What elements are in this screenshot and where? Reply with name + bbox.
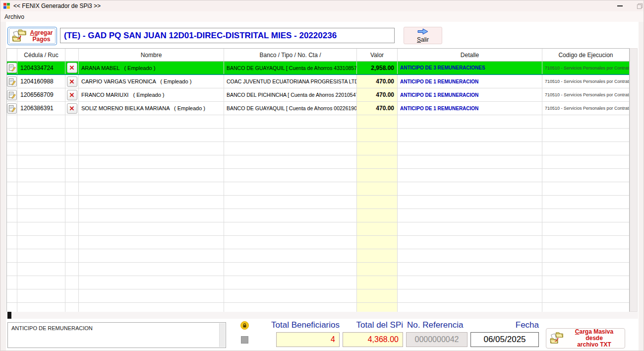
delete-cell: [65, 249, 79, 262]
detalle-value: [398, 222, 542, 235]
empty-table-row: [7, 142, 629, 155]
total-spi-label: Total del SPi: [324, 320, 403, 330]
edit-cell: [7, 62, 17, 74]
codigo-value: [542, 209, 629, 222]
nombre-value: [79, 276, 224, 289]
codigo-value: [542, 129, 629, 141]
valor-value: [357, 169, 398, 182]
vertical-scrollbar[interactable]: [630, 48, 638, 312]
delete-row-button[interactable]: ✕: [67, 103, 77, 114]
valor-value: [357, 289, 398, 302]
restore-button[interactable]: [632, 0, 644, 11]
delete-cell: [65, 196, 79, 209]
banco-value: [224, 209, 357, 222]
nota-textarea[interactable]: ANTICIPO DE REMUNERACION: [7, 322, 226, 348]
menu-bar: Archivo: [0, 11, 644, 22]
cedula-value: [17, 169, 65, 182]
valor-value: [357, 249, 398, 262]
detalle-value: ANTICIPO DE 1 REMUNERACION: [398, 75, 542, 88]
menu-item-archivo[interactable]: Archivo: [0, 12, 28, 21]
minimize-button[interactable]: [611, 0, 628, 11]
cedula-value: 1206568709: [17, 88, 65, 101]
delete-x-icon: ✕: [69, 78, 75, 85]
codigo-value: [542, 115, 629, 128]
delete-cell: [65, 115, 79, 128]
nombre-value: ARANA MABEL ( Empleado ): [79, 62, 224, 74]
edit-cell: [7, 115, 17, 128]
codigo-value: 710510 - Servicios Personales por Contra…: [542, 75, 629, 88]
edit-row-button[interactable]: [7, 63, 17, 73]
table-row[interactable]: 1204160988✕CARPIO VARGAS VERONICA ( Empl…: [7, 75, 629, 88]
codigo-value: [542, 222, 629, 235]
cedula-value: [17, 115, 65, 128]
empty-table-row: [7, 196, 629, 209]
delete-cell: ✕: [65, 62, 79, 74]
table-row[interactable]: 1206568709✕FRANCO MARIUXI ( Empleado )BA…: [7, 88, 629, 102]
table-row[interactable]: 1206386391✕SOLIZ MORENO BIELKA MARIANA (…: [7, 102, 629, 115]
nombre-value: [79, 249, 224, 262]
edit-row-icon: [8, 78, 16, 85]
edit-row-button[interactable]: [7, 90, 17, 100]
delete-x-icon: ✕: [69, 65, 75, 71]
delete-cell: [65, 129, 79, 141]
valor-value: 2,958.00: [357, 62, 398, 74]
horizontal-scrollbar-thumb[interactable]: [7, 312, 11, 319]
nombre-value: CARPIO VARGAS VERONICA ( Empleado ): [79, 75, 224, 88]
delete-row-button[interactable]: ✕: [67, 90, 77, 100]
delete-row-button[interactable]: ✕: [67, 63, 77, 73]
valor-value: [357, 155, 398, 168]
nombre-value: [79, 289, 224, 302]
codigo-value: 710510 - Servicios Personales por Contra…: [542, 62, 629, 74]
detalle-value: [398, 276, 542, 289]
codigo-value: [542, 303, 629, 312]
header-delete-column: [65, 49, 79, 61]
spi-title-field[interactable]: (TE) - GAD PQ SAN JUAN 12D01-DIREC-DISTR…: [60, 28, 395, 43]
fecha-field[interactable]: 06/05/2025: [470, 332, 539, 347]
carga-masiva-label: Carga Masiva desdearchivo TXT: [567, 329, 622, 348]
cedula-value: [17, 276, 65, 289]
nota-scrollbar[interactable]: [219, 323, 225, 347]
edit-row-icon: [8, 105, 16, 112]
edit-row-button[interactable]: [7, 103, 17, 114]
codigo-value: [542, 182, 629, 195]
empty-table-row: [7, 182, 629, 196]
empty-table-row: [7, 222, 629, 236]
delete-row-button[interactable]: ✕: [67, 76, 77, 87]
banco-value: BANCO DE GUAYAQUIL [ Cuenta de Ahorros 0…: [224, 102, 357, 115]
edit-cell: [7, 289, 17, 302]
agregar-pagos-button[interactable]: AgregarPagos: [7, 27, 57, 45]
carga-masiva-button[interactable]: Carga Masiva desdearchivo TXT: [546, 328, 625, 349]
delete-cell: [65, 209, 79, 222]
detalle-value: [398, 263, 542, 276]
cedula-value: 1204160988: [17, 75, 65, 88]
banco-value: BANCO DE GUAYAQUIL [ Cuenta de Ahorros 4…: [224, 62, 357, 74]
codigo-value: [542, 289, 629, 302]
gray-indicator-button[interactable]: [241, 336, 248, 344]
header-edit-column: [7, 49, 17, 61]
banco-value: COAC JUVENTUD ECUATORIANA PROGRESISTA LT…: [224, 75, 357, 88]
codigo-value: [542, 236, 629, 249]
banco-value: BANCO DEL PICHINCHA [ Cuenta de Ahorros …: [224, 88, 357, 101]
codigo-value: 710510 - Servicios Personales por Contra…: [542, 102, 629, 115]
cedula-value: [17, 289, 65, 302]
empty-table-row: [7, 236, 629, 249]
banco-value: [224, 142, 357, 155]
banco-value: [224, 182, 357, 195]
codigo-value: 710510 - Servicios Personales por Contra…: [542, 88, 629, 101]
edit-cell: [7, 75, 17, 88]
table-row[interactable]: 1204334724✕ARANA MABEL ( Empleado )BANCO…: [7, 62, 629, 75]
edit-cell: [7, 222, 17, 235]
header-codigo: Codigo de Ejecucion: [542, 49, 629, 61]
nombre-value: [79, 303, 224, 312]
empty-table-row: [7, 115, 629, 129]
detalle-value: [398, 196, 542, 209]
valor-value: [357, 236, 398, 249]
folder-add-icon: [549, 331, 564, 346]
detalle-value: ANTICIPO DE 1 REMUNERACION: [398, 102, 542, 115]
horizontal-scrollbar[interactable]: [6, 312, 638, 319]
edit-row-button[interactable]: [7, 76, 17, 87]
nombre-value: [79, 142, 224, 155]
cedula-value: [17, 129, 65, 141]
delete-cell: [65, 276, 79, 289]
salir-button[interactable]: Salir: [404, 27, 442, 44]
